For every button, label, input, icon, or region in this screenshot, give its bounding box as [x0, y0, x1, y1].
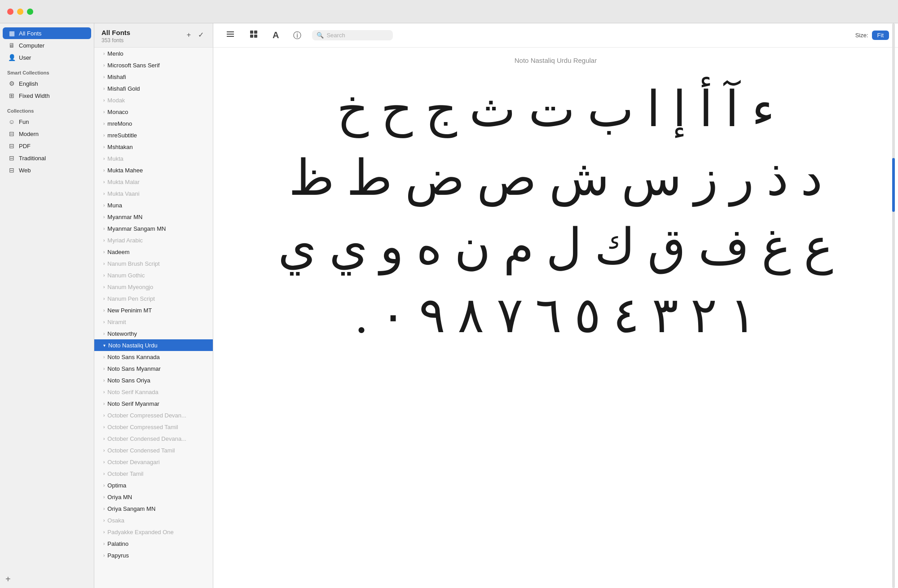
minimize-button[interactable] [17, 9, 23, 15]
font-item-label: Nanum Brush Script [107, 260, 159, 267]
font-list-item[interactable]: ›Mukta [94, 153, 213, 164]
add-collection-button[interactable]: + [5, 574, 16, 584]
font-item-label: Nanum Myeongjo [107, 284, 153, 290]
font-list-panel: All Fonts 353 fonts + ✓ ›Menlo›Microsoft… [94, 23, 213, 588]
font-list-item[interactable]: ›Monaco [94, 106, 213, 118]
svg-rect-5 [250, 35, 253, 38]
font-list-item[interactable]: ›Noto Sans Kannada [94, 351, 213, 363]
font-list-item[interactable]: ›mreMono [94, 118, 213, 129]
sidebar-item-fun[interactable]: ☺ Fun [3, 116, 91, 127]
font-list-item[interactable]: ›October Condensed Tamil [94, 444, 213, 456]
font-chevron-icon: › [103, 378, 105, 383]
font-list-item[interactable]: ›Mishafi [94, 71, 213, 83]
check-font-button[interactable]: ✓ [196, 29, 206, 41]
font-list-item[interactable]: ›Nadeem [94, 246, 213, 258]
grid-view-button[interactable] [246, 28, 262, 43]
svg-rect-3 [250, 31, 253, 34]
font-list-item[interactable]: ›Papyrus [94, 549, 213, 561]
sidebar-item-web[interactable]: ⊟ Web [3, 164, 91, 176]
font-item-label: October Compressed Devan... [107, 412, 186, 419]
size-label: Size: [855, 32, 868, 39]
font-list-item[interactable]: ›Muna [94, 199, 213, 211]
sidebar-item-label: Fixed Width [19, 92, 50, 99]
font-list-item[interactable]: ›Optima [94, 479, 213, 491]
font-list-item[interactable]: ›Nanum Pen Script [94, 293, 213, 304]
sidebar-item-user[interactable]: 👤 User [3, 52, 91, 63]
font-chevron-icon: › [103, 425, 105, 430]
font-list-item[interactable]: ›Niramit [94, 316, 213, 328]
font-item-label: Nanum Gothic [107, 272, 145, 279]
font-item-label: October Condensed Tamil [107, 447, 175, 454]
font-list-item[interactable]: ›Noto Serif Kannada [94, 386, 213, 398]
font-list-item[interactable]: ›Noto Sans Myanmar [94, 363, 213, 374]
modern-icon: ⊟ [8, 130, 15, 137]
font-chevron-icon: › [103, 203, 105, 208]
font-list-item[interactable]: ›Oriya MN [94, 491, 213, 503]
list-view-button[interactable] [222, 28, 238, 43]
font-list-item[interactable]: ›Osaka [94, 514, 213, 526]
add-font-button[interactable]: + [185, 29, 193, 41]
sidebar-item-english[interactable]: ⚙ English [3, 78, 91, 89]
font-list-item[interactable]: ›Nanum Gothic [94, 269, 213, 281]
font-list-item[interactable]: ›Microsoft Sans Serif [94, 59, 213, 71]
font-chevron-icon: › [103, 495, 105, 500]
sidebar-item-label: Computer [19, 42, 44, 49]
font-list-item[interactable]: ›Noto Sans Oriya [94, 374, 213, 386]
font-list-item[interactable]: ›October Compressed Devan... [94, 409, 213, 421]
sidebar-item-label: All Fonts [19, 30, 42, 37]
font-list-item[interactable]: ›Padyakke Expanded One [94, 526, 213, 538]
maximize-button[interactable] [27, 9, 33, 15]
sidebar-item-pdf[interactable]: ⊟ PDF [3, 140, 91, 152]
close-button[interactable] [7, 9, 13, 15]
scrollbar-thumb[interactable] [892, 158, 895, 212]
font-list-item[interactable]: ▾Noto Nastaliq Urdu [94, 339, 213, 351]
font-list-item[interactable]: ›Nanum Myeongjo [94, 281, 213, 293]
font-list-item[interactable]: ›Myanmar MN [94, 211, 213, 223]
size-selector[interactable]: Fit [872, 31, 889, 40]
font-chevron-icon: › [103, 436, 105, 441]
font-list-item[interactable]: ›Nanum Brush Script [94, 258, 213, 269]
font-list-item[interactable]: ›Menlo [94, 48, 213, 59]
font-list-item[interactable]: ›Noteworthy [94, 328, 213, 339]
grid-view-icon [249, 30, 258, 39]
font-list-item[interactable]: ›Myriad Arabic [94, 234, 213, 246]
sidebar-item-traditional[interactable]: ⊟ Traditional [3, 152, 91, 164]
preview-scrollbar[interactable] [892, 23, 895, 588]
font-list-item[interactable]: ›Oriya Sangam MN [94, 503, 213, 514]
font-list-item[interactable]: ›mreSubtitle [94, 129, 213, 141]
font-chevron-icon: › [103, 390, 105, 395]
font-list-item[interactable]: ›Myanmar Sangam MN [94, 223, 213, 234]
sidebar-item-all-fonts[interactable]: ▦ All Fonts [3, 27, 91, 39]
font-list-item[interactable]: ›Mukta Vaani [94, 188, 213, 199]
sidebar-item-fixed-width[interactable]: ⊞ Fixed Width [3, 90, 91, 101]
font-item-label: Noto Nastaliq Urdu [108, 342, 158, 349]
font-list-item[interactable]: ›Mukta Malar [94, 176, 213, 188]
font-list-item[interactable]: ›New Peninim MT [94, 304, 213, 316]
font-list-item[interactable]: ›October Condensed Devana... [94, 433, 213, 444]
font-item-label: October Compressed Tamil [107, 424, 178, 430]
font-list-item[interactable]: ›Mshtakan [94, 141, 213, 153]
font-chevron-icon: › [103, 483, 105, 488]
font-list-item[interactable]: ›Mishafi Gold [94, 83, 213, 94]
sidebar-item-modern[interactable]: ⊟ Modern [3, 128, 91, 140]
font-chevron-icon: › [103, 156, 105, 161]
font-list-item[interactable]: ›October Tamil [94, 468, 213, 479]
sidebar-item-label: PDF [19, 143, 31, 149]
font-chevron-icon: › [103, 110, 105, 114]
font-list-item[interactable]: ›Noto Serif Myanmar [94, 398, 213, 409]
font-item-label: Oriya MN [107, 494, 132, 500]
info-button[interactable]: ⓘ [290, 28, 305, 43]
font-list-item[interactable]: ›October Devanagari [94, 456, 213, 468]
font-item-label: Mishafi [107, 74, 126, 80]
font-item-label: Osaka [107, 517, 124, 524]
text-size-button[interactable]: A [269, 28, 282, 42]
sidebar-item-computer[interactable]: 🖥 Computer [3, 39, 91, 51]
font-item-label: Palatino [107, 540, 128, 547]
font-list-item[interactable]: ›Modak [94, 94, 213, 106]
font-list-count: 353 fonts [101, 37, 130, 44]
font-list-item[interactable]: ›October Compressed Tamil [94, 421, 213, 433]
collections-header: Collections [0, 104, 94, 115]
font-list-item[interactable]: ›Mukta Mahee [94, 164, 213, 176]
font-list-item[interactable]: ›Palatino [94, 538, 213, 549]
search-box[interactable]: 🔍 Search [312, 30, 393, 40]
